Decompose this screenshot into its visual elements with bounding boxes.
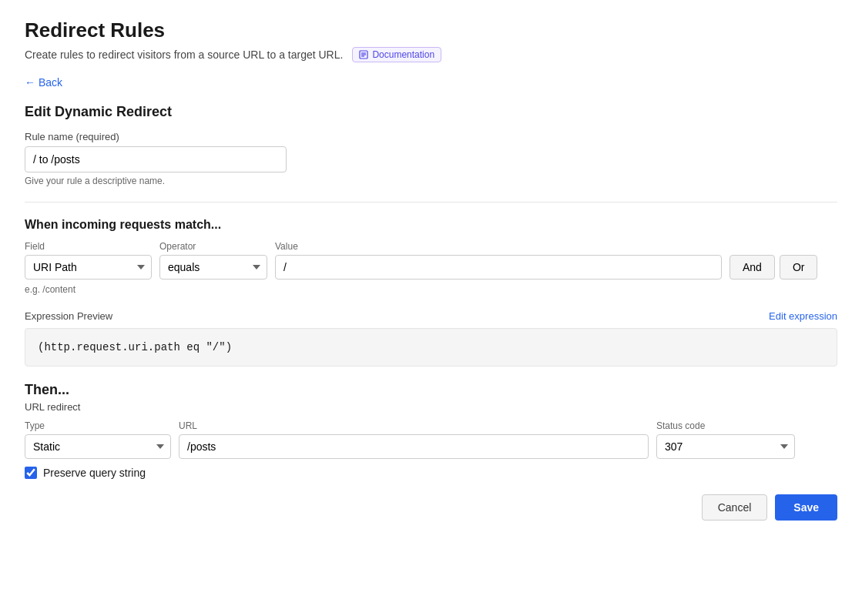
url-redirect-label: URL redirect (25, 401, 837, 413)
url-input[interactable] (179, 434, 649, 459)
save-button[interactable]: Save (775, 494, 837, 521)
divider-1 (25, 202, 837, 203)
preserve-query-label[interactable]: Preserve query string (43, 467, 146, 479)
status-code-select[interactable]: 301 302 307 308 (656, 434, 795, 459)
expression-section: Expression Preview Edit expression (http… (25, 310, 837, 367)
status-code-label: Status code (656, 420, 795, 431)
subtitle-text: Create rules to redirect visitors from a… (25, 49, 343, 61)
logic-buttons: And Or (730, 255, 817, 280)
value-input[interactable] (275, 255, 722, 280)
action-row: Cancel Save (25, 494, 837, 521)
then-title: Then... (25, 382, 837, 398)
redirect-row: Type Static Dynamic URL Status code 301 … (25, 420, 837, 459)
back-arrow-icon: ← (25, 76, 35, 89)
value-col: Value (275, 241, 722, 280)
operator-select[interactable]: equals contains starts with ends with ma… (159, 255, 267, 280)
value-label: Value (275, 241, 722, 252)
documentation-badge[interactable]: Documentation (352, 47, 441, 62)
preserve-query-row: Preserve query string (25, 467, 837, 479)
type-label: Type (25, 420, 171, 431)
page-subtitle: Create rules to redirect visitors from a… (25, 47, 837, 62)
cancel-button[interactable]: Cancel (702, 494, 768, 521)
rule-name-group: Rule name (required) Give your rule a de… (25, 131, 837, 186)
back-label: Back (39, 76, 62, 89)
field-select[interactable]: URI Path URI Full Hostname IP Source Add… (25, 255, 152, 280)
doc-badge-label: Documentation (372, 49, 434, 60)
status-col: Status code 301 302 307 308 (656, 420, 795, 459)
field-col: Field URI Path URI Full Hostname IP Sour… (25, 241, 152, 280)
preserve-query-checkbox[interactable] (25, 467, 37, 479)
rule-name-input[interactable] (25, 146, 287, 172)
url-col: URL (179, 420, 649, 459)
url-label: URL (179, 420, 649, 431)
value-hint: e.g. /content (25, 284, 837, 295)
rule-name-label: Rule name (required) (25, 131, 837, 142)
operator-label: Operator (159, 241, 267, 252)
page-title: Redirect Rules (25, 18, 837, 42)
edit-section-title: Edit Dynamic Redirect (25, 104, 837, 120)
and-button[interactable]: And (730, 255, 775, 280)
expression-preview-box: (http.request.uri.path eq "/") (25, 328, 837, 367)
expr-header: Expression Preview Edit expression (25, 310, 837, 322)
doc-icon (359, 50, 368, 59)
type-col: Type Static Dynamic (25, 420, 171, 459)
type-select[interactable]: Static Dynamic (25, 434, 171, 459)
rule-name-hint: Give your rule a descriptive name. (25, 176, 837, 186)
or-button[interactable]: Or (780, 255, 818, 280)
expr-label: Expression Preview (25, 310, 112, 322)
edit-expression-link[interactable]: Edit expression (769, 310, 837, 322)
back-link[interactable]: ← Back (25, 76, 62, 89)
operator-col: Operator equals contains starts with end… (159, 241, 267, 280)
when-section-title: When incoming requests match... (25, 218, 837, 232)
condition-row: Field URI Path URI Full Hostname IP Sour… (25, 241, 837, 280)
field-label: Field (25, 241, 152, 252)
